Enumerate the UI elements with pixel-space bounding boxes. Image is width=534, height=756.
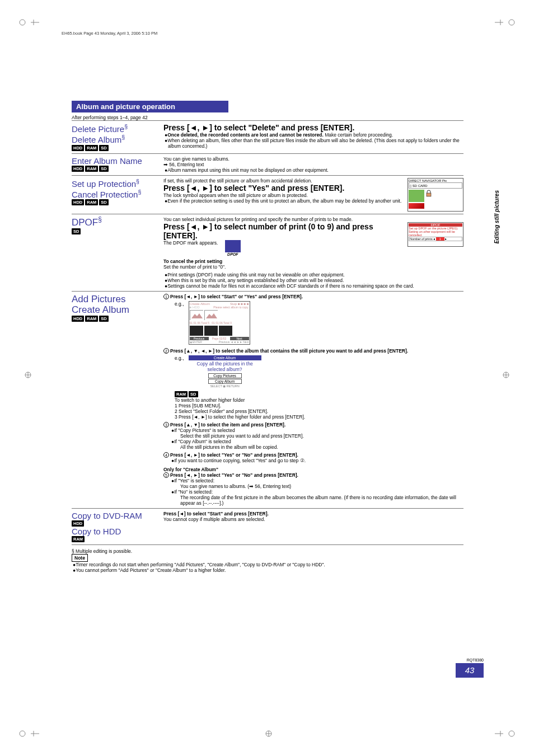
dpof-title: DPOF§: [72, 217, 102, 228]
add-s1: Press [◄, ►] to select "Start" or "Yes" …: [170, 294, 303, 299]
page-number: 43: [456, 663, 484, 678]
switch-h: To switch to another higher folder: [175, 397, 245, 403]
note-b2: ●You cannot perform "Add Pictures" or "C…: [76, 567, 463, 573]
enter-l2: ➡ 56, Entering text: [163, 162, 463, 167]
copy-l2: You cannot copy if multiple albums are s…: [163, 516, 265, 522]
svg-rect-24: [205, 311, 218, 321]
badge-ram: RAM: [85, 145, 98, 151]
cancel-protection-title: Cancel Protection§: [72, 190, 141, 199]
add-pictures-title: Add Pictures: [72, 294, 125, 304]
delete-warn1: ●Once deleted, the recorded contents are…: [168, 132, 463, 138]
delete-album-title: Delete Album§: [72, 135, 125, 144]
cropmark-r: [495, 364, 517, 386]
step-4-icon: 4: [163, 452, 169, 458]
delete-picture-title: Delete Picture§: [72, 124, 128, 134]
intro-text: After performing steps 1–4, page 42: [72, 115, 463, 120]
add-s4b: ●If you want to continue copying, select…: [175, 458, 463, 463]
s5bt: The recording date of the first picture …: [180, 495, 463, 506]
copy-cmd: Press [◄] to select "Start" and press [E…: [163, 511, 269, 516]
note-b1: ●Timer recordings do not start when perf…: [76, 562, 463, 567]
dpof-l1: You can select individual pictures for p…: [163, 217, 463, 222]
badge-ram: RAM: [85, 316, 98, 322]
delete-warn2: ●When deleting an album, files other tha…: [168, 138, 463, 149]
setup-protection-title: Set up Protection§: [72, 179, 139, 189]
create-album-title: Create Album: [72, 304, 129, 315]
eg-label: e.g.,: [175, 355, 184, 361]
badge-sd: SD: [99, 166, 108, 172]
protect-l3: ●Even if the protection setting is used …: [168, 198, 402, 204]
badge-sd: SD: [99, 316, 108, 322]
badge-sd: SD: [189, 391, 198, 397]
step-3-icon: 3: [163, 422, 169, 428]
cropmark-tl: [17, 11, 39, 34]
multi-edit: § Multiple editing is possible.: [72, 548, 463, 554]
enter-l1: You can give names to albums.: [163, 156, 463, 162]
dpof-b1: ●Print settings (DPOF) made using this u…: [168, 272, 463, 278]
eg-label: e.g.,: [175, 301, 184, 307]
badge-sd: SD: [72, 228, 81, 234]
step-1-icon: 1: [163, 294, 169, 299]
header-meta: EH65.book Page 43 Monday, April 3, 2006 …: [62, 31, 157, 36]
protect-l1: If set, this will protect the still pict…: [163, 178, 402, 184]
protect-fig: DIRECT NAVIGATOR Pic ▯ SD CARD: [407, 178, 463, 212]
svg-point-12: [20, 731, 25, 736]
badge-ram: RAM: [175, 391, 188, 397]
s5at: You can give names to albums. (➡ 56, Ent…: [180, 483, 463, 489]
badge-hdd: HDD: [72, 316, 84, 322]
dpof-cancel-t: Set the number of print to "0".: [163, 264, 463, 270]
add-fig2: Create Album Copy all the pictures in th…: [189, 355, 261, 388]
if1t: Select the still picture you want to add…: [180, 433, 463, 439]
svg-point-0: [20, 20, 25, 25]
if2: If "Copy Album" is selected: [174, 439, 231, 444]
copy-hdd-title: Copy to HDD: [72, 527, 121, 536]
badge-hdd: HDD: [72, 520, 84, 527]
lock-icon: [425, 190, 433, 198]
add-s5: Press [◄, ►] to select "Yes" or "No" and…: [170, 472, 298, 478]
add-s3: Press [▲, ▼] to select the item and pres…: [170, 422, 285, 428]
badge-hdd: HDD: [72, 145, 84, 151]
svg-point-3: [509, 20, 514, 25]
protect-l2: The lock symbol appears when the still p…: [163, 192, 402, 198]
badge-ram: RAM: [85, 166, 98, 172]
copy-dvdram-title: Copy to DVD-RAM: [72, 511, 142, 520]
s5a: If "Yes" is selected:: [174, 478, 214, 483]
enter-l3: ●Album names input using this unit may n…: [168, 167, 463, 173]
cropmark-tr: [495, 11, 517, 34]
step-5-icon: 5: [163, 472, 169, 478]
enter-title: Enter Album Name: [72, 156, 142, 166]
rqt-code: RQT8380: [467, 658, 484, 662]
badge-ram: RAM: [72, 536, 85, 542]
add-fig1: Create AlbumStop ■ ■ ■ ■ ■ HDDPlease sel…: [189, 301, 250, 345]
badge-ram: RAM: [85, 199, 98, 205]
sw1: 1 Press [SUB MENU].: [175, 403, 221, 408]
badge-sd: SD: [99, 145, 108, 151]
side-label: Editing still pictures: [494, 190, 500, 244]
dpof-mark: DPOF: [220, 240, 245, 256]
dpof-b2: ●When this is set by this unit, any sett…: [168, 278, 463, 283]
sw2: 2 Select "Select Folder" and press [ENTE…: [175, 408, 268, 414]
add-s2: Press [▲, ▼, ◄, ►] to select the album t…: [170, 348, 408, 354]
note-box: Note: [72, 554, 88, 562]
delete-cmd: Press [◄, ►] to select "Delete" and pres…: [163, 123, 463, 132]
add-s4: Press [◄, ►] to select "Yes" or "No" and…: [170, 452, 298, 458]
only-create: Only for "Create Album": [163, 467, 218, 472]
badge-sd: SD: [99, 199, 108, 205]
s5b: If "No" is selected:: [174, 489, 213, 495]
dpof-cancel-h: To cancel the print setting: [163, 259, 222, 264]
badge-hdd: HDD: [72, 166, 84, 172]
photo-thumb-icon: [190, 311, 204, 321]
dpof-cmd: Press [◄, ►] to select number of print (…: [163, 222, 402, 240]
dpof-l2: The DPOF mark appears.: [163, 240, 218, 246]
sw3: 3 Press [◄, ►] to select the higher fold…: [175, 414, 305, 420]
cropmark-bl: [17, 722, 39, 745]
dpof-fig: DPOF Set up DPOF on the picture (JPEG). …: [407, 222, 463, 247]
svg-rect-22: [190, 311, 204, 321]
svg-point-15: [509, 731, 514, 736]
if1: If "Copy Pictures" is selected: [174, 428, 235, 433]
cropmark-br: [495, 722, 517, 745]
section-title: Album and picture operation: [72, 101, 228, 112]
cropmark-b: [257, 722, 280, 745]
svg-rect-21: [427, 193, 431, 196]
step-2-icon: 2: [163, 348, 169, 354]
dpof-b3: ●Settings cannot be made for files not i…: [168, 283, 463, 289]
